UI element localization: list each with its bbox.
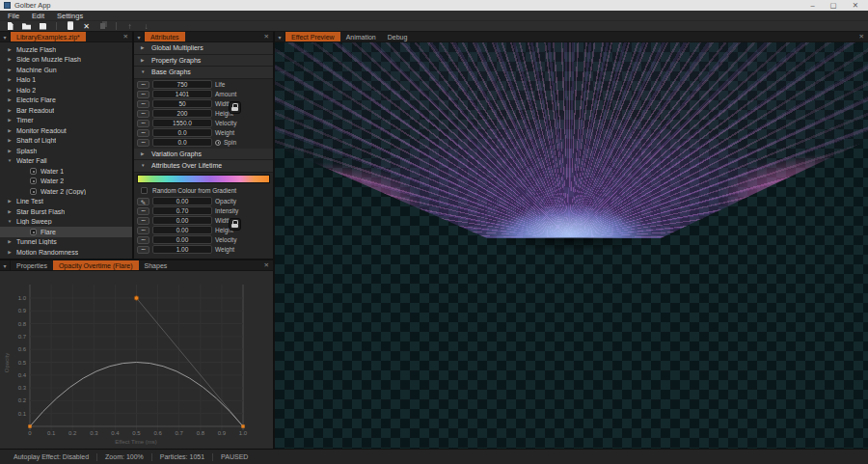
tree-item-muzzle-flash[interactable]: ▶Muzzle Flash (0, 44, 132, 55)
colour-gradient-bar[interactable] (137, 175, 270, 183)
tab-attributes[interactable]: Attributes (145, 32, 185, 41)
svg-text:0.8: 0.8 (18, 321, 27, 327)
preview-viewport[interactable] (275, 42, 868, 449)
control-point[interactable] (28, 424, 31, 427)
tab-debug[interactable]: Debug (382, 32, 414, 41)
section-global-multipliers[interactable]: ▶Global Multipliers (134, 42, 273, 55)
tree-item-splash[interactable]: ▶Splash (0, 146, 132, 156)
value-field-opacity[interactable]: 0.00 (152, 197, 212, 205)
close-icon[interactable]: ✕ (260, 32, 273, 41)
lock-icon[interactable] (229, 218, 241, 231)
tree-item-side-on-muzzle-flash[interactable]: ▶Side on Muzzle Flash (0, 55, 132, 66)
graph-options-icon[interactable]: ••• (137, 246, 149, 254)
tree-item-ligh-sweep[interactable]: ▼Ligh Sweep (0, 217, 132, 228)
tree-item-halo-1[interactable]: ▶Halo 1 (0, 75, 132, 86)
tree-item-water-1[interactable]: Water 1 (0, 166, 132, 177)
section-base-graphs[interactable]: ▼Base Graphs (134, 67, 273, 79)
paste-icon[interactable] (65, 21, 75, 32)
graph-options-icon[interactable]: ••• (137, 91, 149, 98)
tree-item-bar-readout[interactable]: ▶Bar Readout (0, 105, 132, 116)
value-field-life[interactable]: 750 (152, 80, 212, 89)
tree-item-line-test[interactable]: ▶Line Test (0, 197, 132, 207)
tree-item-water-fall[interactable]: ▼Water Fall (0, 156, 132, 167)
tree-item-tunnel-lights[interactable]: ▶Tunnel Lights (0, 237, 132, 248)
tree-item-motion-randomness[interactable]: ▶Motion Randomness (0, 247, 132, 258)
tab-libraryexamples-zip[interactable]: LibraryExamples.zip* (11, 32, 86, 41)
tree-item-star-burst-flash[interactable]: ▶Star Burst Flash (0, 206, 132, 217)
tab-properties[interactable]: Properties (11, 260, 53, 270)
value-field-height[interactable]: 0.00 (152, 226, 212, 234)
tab-shapes[interactable]: Shapes (139, 260, 174, 270)
panel-menu-icon[interactable] (134, 32, 145, 41)
value-field-velocity[interactable]: 1550.0 (152, 119, 212, 127)
graph-options-icon[interactable]: ••• (137, 217, 149, 225)
tree-item-electric-flare[interactable]: ▶Electric Flare (0, 96, 132, 106)
tab-effect-preview[interactable]: Effect Preview (285, 32, 340, 41)
tree-item-halo-2[interactable]: ▶Halo 2 (0, 85, 132, 96)
open-file-icon[interactable] (21, 21, 32, 32)
pencil-icon[interactable]: ✎ (137, 198, 149, 205)
value-field-intensity[interactable]: 0.70 (152, 206, 212, 215)
collapsed-icon: ▶ (7, 128, 13, 133)
minimize-button[interactable]: – (810, 0, 814, 11)
value-field-weight[interactable]: 0.0 (152, 128, 212, 137)
close-button[interactable]: ✕ (853, 0, 858, 11)
delete-icon[interactable] (81, 21, 92, 32)
graph-options-icon[interactable]: ••• (137, 236, 149, 244)
save-file-icon[interactable] (38, 21, 48, 32)
close-icon[interactable]: ✕ (260, 260, 273, 270)
graph-options-icon[interactable]: ••• (137, 100, 149, 108)
section-label: Base Graphs (151, 68, 191, 75)
graph-options-icon[interactable]: ••• (137, 81, 149, 89)
close-icon[interactable]: ✕ (120, 32, 132, 41)
maximize-button[interactable]: ▢ (830, 0, 837, 11)
tab-animation[interactable]: Animation (340, 32, 382, 41)
section-variation-graphs[interactable]: ▶Variation Graphs (134, 149, 273, 161)
value-field-width[interactable]: 50 (152, 99, 212, 108)
toolbar-separator (56, 22, 57, 30)
tree-item-water-2-copy[interactable]: Water 2 (Copy) (0, 186, 132, 197)
curve-editor[interactable]: 00.10.20.30.40.50.60.70.80.91.00.10.20.3… (0, 271, 273, 449)
curve-editor-canvas[interactable]: 00.10.20.30.40.50.60.70.80.91.00.10.20.3… (0, 271, 273, 449)
menu-settings[interactable]: Settings (57, 12, 83, 20)
tab-opacity-overtime-flare[interactable]: Opacity Overtime (Flare) (53, 260, 139, 270)
panel-menu-icon[interactable] (275, 32, 285, 41)
value-field-height[interactable]: 200 (152, 109, 212, 118)
graph-options-icon[interactable]: ••• (137, 120, 149, 127)
value-field-amount[interactable]: 1401 (152, 90, 212, 98)
value-field-width[interactable]: 0.00 (152, 216, 212, 225)
graph-options-icon[interactable]: ••• (137, 139, 149, 147)
tree-item-timer[interactable]: ▶Timer (0, 116, 132, 126)
value-field-velocity[interactable]: 0.00 (152, 235, 212, 244)
panel-menu-icon[interactable] (0, 260, 11, 270)
tree-item-monitor-readout[interactable]: ▶Monitor Readout (0, 125, 132, 136)
random-colour-checkbox[interactable] (141, 187, 148, 194)
section-property-graphs[interactable]: ▶Property Graphs (134, 55, 273, 68)
menu-file[interactable]: File (8, 12, 19, 20)
status-particles: Particles: 1051 (152, 453, 212, 460)
attributes-body: ▶Global Multipliers▶Property Graphs▼Base… (134, 42, 273, 256)
panel-menu-icon[interactable] (0, 32, 11, 41)
close-icon[interactable]: ✕ (855, 32, 868, 41)
graph-options-icon[interactable]: ••• (137, 207, 149, 215)
tree-item-flare[interactable]: Flare (0, 227, 132, 237)
move-up-icon (124, 21, 135, 32)
menu-edit[interactable]: Edit (32, 12, 44, 20)
graph-options-icon[interactable]: ••• (137, 227, 149, 234)
tree-item-shaft-of-light[interactable]: ▶Shaft of Light (0, 136, 132, 147)
random-colour-row: Random Colour from Gradient (134, 185, 273, 196)
control-point[interactable] (134, 296, 138, 300)
collapsed-icon: ▶ (7, 199, 13, 204)
graph-options-icon[interactable]: ••• (137, 129, 149, 137)
new-file-icon[interactable] (5, 21, 15, 32)
value-field-spin[interactable]: 0.0 (152, 138, 212, 147)
graph-options-icon[interactable]: ••• (137, 110, 149, 118)
value-field-weight[interactable]: 1.00 (152, 245, 212, 254)
section-attributes-over-lifetime[interactable]: ▼Attributes Over Lifetime (134, 160, 273, 173)
control-point[interactable] (241, 424, 244, 427)
tree-item-machine-gun[interactable]: ▶Machine Gun (0, 65, 132, 75)
lock-icon[interactable] (229, 101, 241, 114)
collapsed-icon: ▶ (7, 57, 13, 62)
tree-item-water-2[interactable]: Water 2 (0, 177, 132, 187)
svg-text:1.0: 1.0 (239, 430, 248, 436)
